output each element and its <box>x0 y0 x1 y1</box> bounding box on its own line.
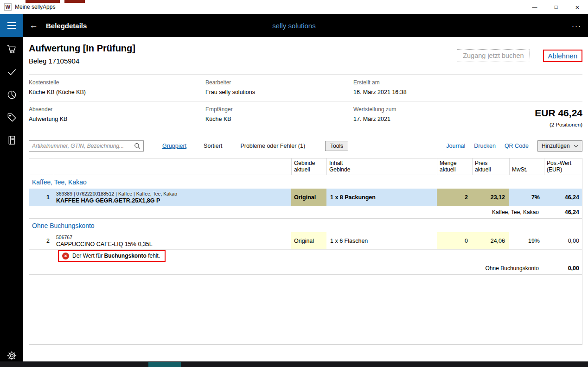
more-button[interactable]: ··· <box>572 22 582 30</box>
app-title: Meine sellyApps <box>15 4 55 10</box>
article-name: CAPPUCCINO CAFE-LIQ 15% 0,35L <box>56 241 153 247</box>
grouped-toggle[interactable]: Gruppiert <box>162 143 186 149</box>
journal-link[interactable]: Journal <box>446 143 465 149</box>
chevron-down-icon <box>574 145 578 148</box>
table-row-2[interactable]: 2 506767 CAPPUCCINO CAFE-LIQ 15% 0,35L O… <box>29 232 582 250</box>
error-highlight-box: × Der Wert für Buchungskonto fehlt. <box>58 250 166 262</box>
row-article: 369389 | 07622200188512 | Kaffee | Kaffe… <box>54 189 291 206</box>
cell-preis: 24,06 <box>472 232 509 249</box>
article-info: 369389 | 07622200188512 | Kaffee | Kaffe… <box>56 191 177 196</box>
sidebar-item-prices[interactable] <box>6 111 18 123</box>
group-header-ohne-buchungskonto: Ohne Buchungskonto <box>29 219 582 232</box>
taskbar-artifact-block <box>148 362 181 367</box>
meta-value: Küche KB <box>205 116 353 122</box>
add-dropdown-button[interactable]: Hinzufügen <box>537 140 582 152</box>
journal-icon <box>6 135 17 146</box>
subtotal-value: 0,00 <box>543 265 582 272</box>
cell-gebinde: Original <box>291 189 326 206</box>
article-info: 506767 <box>56 234 72 240</box>
cell-mwst: 19% <box>509 232 544 249</box>
qr-code-link[interactable]: QR Code <box>505 143 529 149</box>
table-header-row: Gebinde aktuell Inhalt Gebinde Menge akt… <box>29 158 582 175</box>
search-icon[interactable] <box>134 143 141 149</box>
reject-highlight-box: Ablehnen <box>543 50 582 62</box>
search-box <box>29 140 144 152</box>
taskbar-artifact <box>0 361 588 367</box>
meta-absender: Absender Aufwertung KB <box>29 106 205 122</box>
search-input[interactable] <box>32 143 134 149</box>
row-position: 1 <box>29 189 54 206</box>
meta-value: Frau selly solutions <box>205 89 353 95</box>
sidebar-item-journal[interactable] <box>6 134 18 146</box>
brand-text: selly solutions <box>0 22 588 30</box>
meta-row-2: Absender Aufwertung KB Empfänger Küche K… <box>29 101 582 137</box>
tools-button[interactable]: Tools <box>325 141 348 151</box>
meta-bearbeiter: Bearbeiter Frau selly solutions <box>205 79 353 95</box>
meta-empfaenger: Empfänger Küche KB <box>205 106 353 122</box>
cell-wert: 0,00 <box>544 232 582 249</box>
gear-icon <box>6 350 17 361</box>
meta-value: 16. März 2021 16:38 <box>353 89 582 95</box>
row-error: × Der Wert für Buchungskonto fehlt. <box>29 250 582 262</box>
sorted-toggle[interactable]: Sortiert <box>204 143 222 149</box>
add-label: Hinzufügen <box>542 143 570 149</box>
row-article: 506767 CAPPUCCINO CAFE-LIQ 15% 0,35L <box>54 232 291 249</box>
cell-gebinde: Original <box>291 232 326 249</box>
back-button[interactable]: ← <box>29 20 38 31</box>
column-header-mwst[interactable]: MwSt. <box>509 158 544 175</box>
cell-mwst: 7% <box>509 189 544 206</box>
column-header-inhalt[interactable]: Inhalt Gebinde <box>326 158 437 175</box>
meta-kostenstelle: Kostenstelle Küche KB (Küche KB) <box>29 79 205 95</box>
subtotal-label: Kaffee, Tee, Kakao <box>29 209 543 215</box>
error-icon-glyph: × <box>64 253 67 259</box>
document-total: EUR 46,24 (2 Positionen) <box>535 108 582 127</box>
error-text-suffix: fehlt. <box>147 253 160 259</box>
background-window-artifact <box>26 0 85 3</box>
close-button[interactable]: × <box>567 0 588 14</box>
group-subtotal-kaffee: Kaffee, Tee, Kakao 46,24 <box>29 206 582 219</box>
sidebar <box>0 37 23 367</box>
minimize-button[interactable]: — <box>524 0 545 14</box>
pie-chart-icon <box>6 89 17 100</box>
cell-inhalt: 1 x 6 Flaschen <box>326 232 437 249</box>
column-header-preis[interactable]: Preis aktuell <box>472 158 509 175</box>
error-icon: × <box>62 253 69 259</box>
error-message: Der Wert für Buchungskonto fehlt. <box>72 253 160 259</box>
column-header-wert[interactable]: Pos.-Wert (EUR) <box>544 158 582 175</box>
column-header-article <box>54 158 291 175</box>
meta-row-1: Kostenstelle Küche KB (Küche KB) Bearbei… <box>29 74 582 101</box>
subtotal-value: 46,24 <box>543 209 582 215</box>
meta-label: Empfänger <box>205 106 353 113</box>
app-window: W Meine sellyApps — □ × ← Belegdetails s… <box>0 0 588 367</box>
header-actions: Zugang jetzt buchen Ablehnen <box>457 49 582 62</box>
app-icon: W <box>4 3 12 11</box>
items-toolbar: Gruppiert Sortiert Probleme oder Fehler … <box>29 140 582 152</box>
column-header-menge[interactable]: Menge aktuell <box>437 158 472 175</box>
column-header-gebinde[interactable]: Gebinde aktuell <box>291 158 326 175</box>
book-now-button[interactable]: Zugang jetzt buchen <box>457 49 530 62</box>
meta-label: Bearbeiter <box>205 79 353 86</box>
sidebar-item-cart[interactable] <box>6 43 18 55</box>
cell-preis: 23,12 <box>472 189 509 206</box>
sidebar-item-statistics[interactable] <box>6 89 18 101</box>
subtotal-label: Ohne Buchungskonto <box>29 265 543 272</box>
maximize-button[interactable]: □ <box>545 0 567 14</box>
document-header: Aufwertung [In Prüfung] Beleg 17105904 Z… <box>29 37 582 74</box>
article-name: KAFFEE HAG GEGR.GETR.25X1,8G P <box>56 197 160 204</box>
settings-button[interactable] <box>6 349 18 361</box>
page-title: Belegdetails <box>46 22 87 30</box>
meta-value: Aufwertung KB <box>29 116 205 122</box>
meta-value: Küche KB (Küche KB) <box>29 89 205 95</box>
total-amount: EUR 46,24 <box>535 108 582 119</box>
reject-button[interactable]: Ablehnen <box>544 51 582 61</box>
positions-count: (2 Positionen) <box>535 122 582 127</box>
print-link[interactable]: Drucken <box>474 143 496 149</box>
cell-menge: 0 <box>437 232 472 249</box>
error-text-prefix: Der Wert für <box>72 253 104 259</box>
main-content: Aufwertung [In Prüfung] Beleg 17105904 Z… <box>23 37 588 361</box>
app-header-bar: ← Belegdetails selly solutions ··· <box>0 14 588 37</box>
sidebar-item-tasks[interactable] <box>6 66 18 78</box>
problems-filter[interactable]: Probleme oder Fehler (1) <box>240 143 305 149</box>
items-table: Gebinde aktuell Inhalt Gebinde Menge akt… <box>29 158 582 345</box>
table-row-1[interactable]: 1 369389 | 07622200188512 | Kaffee | Kaf… <box>29 189 582 206</box>
